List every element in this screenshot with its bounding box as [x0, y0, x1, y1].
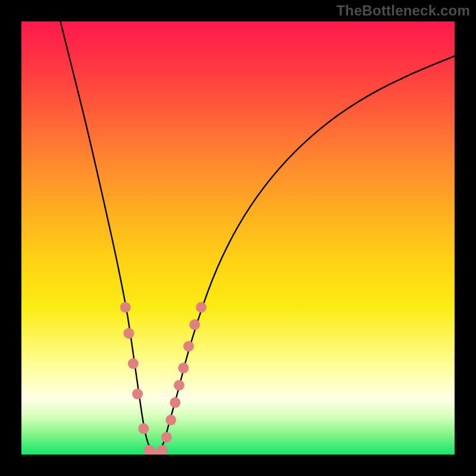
curve-marker: [120, 302, 131, 313]
curve-markers: [120, 302, 206, 455]
curve-marker: [138, 423, 149, 434]
curve-marker: [161, 432, 172, 443]
curve-marker: [165, 415, 176, 425]
curve-marker: [128, 358, 139, 369]
curve-marker: [124, 328, 134, 339]
bottleneck-curve: [61, 21, 455, 453]
curve-marker: [132, 389, 143, 399]
curve-marker: [174, 380, 184, 391]
curve-marker: [170, 397, 180, 408]
curve-marker: [196, 302, 206, 313]
curve-layer: [21, 21, 455, 455]
curve-marker: [157, 445, 168, 455]
watermark-text: TheBottleneck.com: [336, 2, 470, 19]
curve-marker: [178, 362, 189, 373]
curve-marker: [183, 341, 194, 352]
chart-frame: TheBottleneck.com: [0, 0, 476, 476]
plot-area: [21, 21, 455, 455]
curve-marker: [189, 320, 200, 330]
